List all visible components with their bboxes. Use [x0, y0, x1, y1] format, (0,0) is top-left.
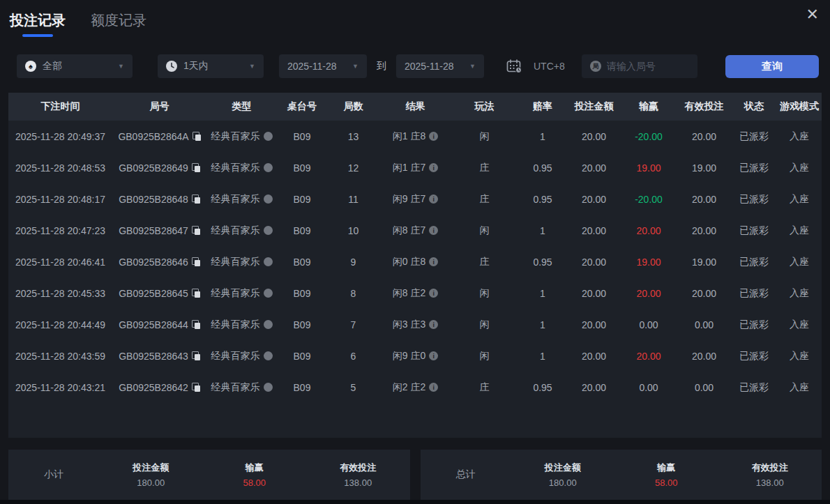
cell-bet-time: 2025-11-28 20:49:37 [8, 131, 112, 142]
copy-icon[interactable] [192, 226, 200, 235]
copy-icon[interactable] [192, 320, 200, 329]
info-icon[interactable]: i [429, 226, 438, 235]
spade-icon: ♠ [25, 61, 36, 72]
video-icon[interactable] [264, 226, 273, 235]
subtotal-panel: 小计 投注金额 180.00 输赢 58.00 有效投注 138.00 [8, 450, 410, 500]
timezone-indicator: UTC+8 [506, 59, 565, 73]
date-from-value: 2025-11-28 [287, 61, 337, 72]
close-icon[interactable]: ✕ [803, 4, 822, 25]
chevron-down-icon: ▼ [345, 63, 359, 70]
video-icon[interactable] [264, 132, 273, 141]
cell-round-no: 12 [327, 162, 379, 174]
cell-bet-amount: 20.00 [568, 131, 620, 142]
cell-game-mode: 入座 [777, 350, 822, 362]
cell-game-type: 经典百家乐 [206, 319, 277, 331]
cell-bet-amount: 20.00 [568, 257, 620, 268]
column-header: 输赢 [620, 100, 677, 113]
column-header: 玩法 [451, 100, 518, 113]
copy-icon[interactable] [192, 351, 200, 360]
time-range-select[interactable]: 1天内 ▼ [158, 54, 264, 78]
copy-icon[interactable] [192, 194, 200, 204]
round-id-input[interactable] [607, 61, 689, 72]
cell-status: 已派彩 [731, 130, 777, 143]
cell-table-no: B09 [277, 194, 327, 205]
tab-betting-records[interactable]: 投注记录 [10, 11, 66, 37]
round-id-search-field[interactable]: 局 [582, 54, 697, 78]
column-header: 下注时间 [8, 100, 112, 113]
date-to-select[interactable]: 2025-11-28 ▼ [396, 54, 484, 78]
cell-valid-bet: 20.00 [677, 131, 731, 142]
tab-quota-records[interactable]: 额度记录 [91, 11, 146, 37]
table-row: 2025-11-28 20:45:33 GB0925B28645 经典百家乐 B… [8, 277, 822, 309]
cell-game-type: 经典百家乐 [206, 130, 277, 143]
cell-result: 闲2 庄2 i [379, 381, 451, 394]
bottom-strip [0, 500, 830, 504]
copy-icon[interactable] [193, 132, 201, 141]
cell-round-no: 9 [327, 257, 379, 268]
cell-round-id: GB0925B28644 [112, 319, 206, 330]
video-icon[interactable] [264, 289, 273, 298]
info-icon[interactable]: i [429, 289, 438, 298]
copy-icon[interactable] [192, 289, 200, 298]
search-button[interactable]: 查询 [725, 55, 819, 78]
video-icon[interactable] [264, 383, 273, 392]
cell-table-no: B09 [277, 257, 327, 268]
info-icon[interactable]: i [429, 132, 438, 141]
cell-winloss: 20.00 [620, 288, 677, 299]
game-type-value: 全部 [43, 60, 62, 72]
cell-round-no: 6 [327, 351, 379, 362]
video-icon[interactable] [264, 194, 273, 204]
cell-bet-amount: 20.00 [568, 194, 620, 205]
cell-bet-time: 2025-11-28 20:48:17 [8, 194, 112, 205]
cell-round-no: 5 [327, 382, 379, 393]
copy-icon[interactable] [192, 257, 200, 266]
cell-round-id: GB0925B28646 [112, 257, 206, 268]
column-header: 类型 [206, 100, 277, 113]
table-row: 2025-11-28 20:43:59 GB0925B28643 经典百家乐 B… [8, 340, 822, 372]
cell-winloss: 20.00 [620, 351, 677, 362]
video-icon[interactable] [264, 320, 273, 329]
cell-game-mode: 入座 [777, 130, 822, 143]
cell-bet-time: 2025-11-28 20:47:23 [8, 225, 112, 236]
cell-result: 闲9 庄0 i [379, 350, 451, 362]
cell-result: 闲3 庄3 i [379, 319, 451, 331]
cell-game-type: 经典百家乐 [206, 287, 277, 300]
info-icon[interactable]: i [429, 351, 438, 360]
table-header-row: 下注时间局号类型桌台号局数结果玩法赔率投注金额输赢有效投注状态游戏模式 [8, 93, 822, 121]
info-icon[interactable]: i [429, 194, 438, 204]
date-from-select[interactable]: 2025-11-28 ▼ [279, 54, 367, 78]
video-icon[interactable] [264, 163, 273, 172]
copy-icon[interactable] [192, 163, 200, 172]
cell-bet-amount: 20.00 [568, 351, 620, 362]
cell-odds: 0.95 [518, 382, 568, 393]
total-panel: 总计 投注金额 180.00 输赢 58.00 有效投注 138.00 [421, 450, 822, 500]
cell-bet-time: 2025-11-28 20:43:59 [8, 351, 112, 362]
cell-winloss: 20.00 [620, 225, 677, 236]
cell-odds: 0.95 [518, 194, 568, 205]
cell-status: 已派彩 [731, 381, 777, 394]
cell-round-no: 13 [327, 131, 379, 142]
info-icon[interactable]: i [429, 383, 438, 392]
table-row: 2025-11-28 20:44:49 GB0925B28644 经典百家乐 B… [8, 309, 822, 340]
cell-bet-time: 2025-11-28 20:43:21 [8, 382, 112, 393]
copy-icon[interactable] [192, 383, 200, 392]
cell-game-type: 经典百家乐 [206, 224, 277, 237]
table-row: 2025-11-28 20:48:17 GB0925B28648 经典百家乐 B… [8, 183, 822, 215]
info-icon[interactable]: i [429, 257, 438, 266]
cell-table-no: B09 [277, 131, 327, 142]
cell-play: 庄 [451, 256, 518, 268]
cell-game-mode: 入座 [777, 162, 822, 174]
cell-game-mode: 入座 [777, 224, 822, 237]
info-icon[interactable]: i [429, 320, 438, 329]
cell-round-id: GB0925B28649 [112, 162, 206, 174]
video-icon[interactable] [264, 257, 273, 266]
titlebar: 投注记录 额度记录 ✕ [0, 0, 830, 43]
game-type-select[interactable]: ♠ 全部 ▼ [17, 54, 133, 78]
cell-odds: 1 [518, 225, 568, 236]
cell-result: 闲1 庄7 i [379, 162, 451, 174]
total-label: 总计 [421, 468, 511, 481]
date-to-value: 2025-11-28 [405, 61, 454, 72]
cell-round-id: GB0925B28642 [112, 382, 206, 393]
video-icon[interactable] [264, 351, 273, 360]
info-icon[interactable]: i [429, 163, 438, 172]
